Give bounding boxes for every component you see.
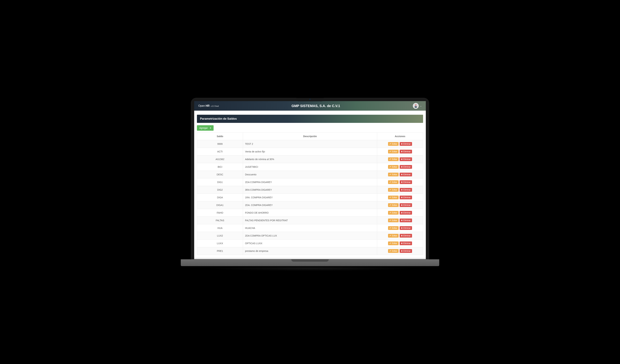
edit-button[interactable]: Editar	[388, 173, 398, 176]
edit-button[interactable]: Editar	[388, 196, 398, 199]
cell-descripcion: 2DA. COMPRA DIGAREY	[243, 201, 377, 209]
edit-label: Editar	[392, 189, 397, 191]
delete-label: Eliminar	[403, 250, 411, 252]
cell-saldo: DESC	[197, 171, 243, 178]
edit-icon	[389, 150, 391, 153]
cell-descripcion: 1RA. COMPRA DIGAREY	[243, 194, 377, 201]
edit-label: Editar	[392, 196, 397, 199]
edit-label: Editar	[392, 158, 397, 160]
table-row: PRE1prestamo de empresaEditarEliminar	[197, 247, 423, 255]
col-header-saldo: Saldo	[197, 133, 243, 140]
brand-hr: HR	[206, 104, 210, 107]
table-row: HUAHUACHAEditarEliminar	[197, 224, 423, 232]
delete-button[interactable]: Eliminar	[400, 249, 412, 253]
delete-button[interactable]: Eliminar	[400, 234, 412, 238]
delete-button[interactable]: Eliminar	[400, 226, 412, 230]
cell-acciones: EditarEliminar	[377, 171, 423, 178]
table-row: 9999TEST 2EditarEliminar	[197, 140, 423, 148]
edit-label: Editar	[392, 173, 397, 176]
edit-button[interactable]: Editar	[388, 219, 398, 222]
trash-icon	[401, 235, 403, 237]
user-menu[interactable]: ⌄	[413, 103, 422, 109]
delete-button[interactable]: Eliminar	[400, 196, 412, 199]
delete-label: Eliminar	[403, 150, 411, 153]
edit-button[interactable]: Editar	[388, 188, 398, 192]
cell-saldo: DIG2	[197, 186, 243, 194]
delete-button[interactable]: Eliminar	[400, 173, 412, 176]
cell-saldo: DIGA1	[197, 201, 243, 209]
cell-descripcion: FALTAS PENDIENTES POR REGITRAT	[243, 217, 377, 224]
trash-icon	[401, 212, 403, 214]
trash-icon	[401, 189, 403, 191]
delete-button[interactable]: Eliminar	[400, 242, 412, 245]
add-button[interactable]: Agregar +	[197, 125, 214, 131]
app-header: Open HR v.11 Cloud GMP SISTEMAS, S.A. de…	[194, 101, 426, 111]
saldos-table: Saldo Descripción Acciones 9999TEST 2Edi…	[197, 132, 423, 255]
edit-label: Editar	[392, 204, 397, 206]
table-row: DESCDescuentoEditarEliminar	[197, 171, 423, 178]
cell-acciones: EditarEliminar	[377, 201, 423, 209]
edit-icon	[389, 189, 391, 191]
cell-acciones: EditarEliminar	[377, 178, 423, 186]
edit-button[interactable]: Editar	[388, 165, 398, 169]
edit-label: Editar	[392, 150, 397, 153]
cell-descripcion: HUACHA	[243, 224, 377, 232]
trash-icon	[401, 150, 403, 153]
edit-button[interactable]: Editar	[388, 180, 398, 184]
edit-button[interactable]: Editar	[388, 211, 398, 215]
cell-descripcion: Venta de activo fijo	[243, 148, 377, 155]
cell-acciones: EditarEliminar	[377, 224, 423, 232]
delete-label: Eliminar	[403, 242, 411, 244]
cell-saldo: 9999	[197, 140, 243, 148]
table-row: DIGA1RA. COMPRA DIGAREYEditarEliminar	[197, 194, 423, 201]
edit-button[interactable]: Editar	[388, 203, 398, 207]
delete-label: Eliminar	[403, 204, 411, 206]
edit-button[interactable]: Editar	[388, 150, 398, 153]
edit-button[interactable]: Editar	[388, 226, 398, 230]
trash-icon	[401, 196, 403, 199]
trash-icon	[401, 181, 403, 183]
edit-button[interactable]: Editar	[388, 249, 398, 253]
delete-button[interactable]: Eliminar	[400, 211, 412, 215]
delete-label: Eliminar	[403, 219, 411, 222]
laptop-notch	[296, 98, 324, 101]
cell-acciones: EditarEliminar	[377, 209, 423, 217]
cell-descripcion: 2DA COMPRA OPTICAS LUX	[243, 232, 377, 240]
trash-icon	[401, 227, 403, 229]
edit-button[interactable]: Editar	[388, 242, 398, 245]
delete-button[interactable]: Eliminar	[400, 219, 412, 222]
cell-descripcion: FONDO DE AHORRO	[243, 209, 377, 217]
cell-descripcion: 3RA COMPRA DIGAREY	[243, 186, 377, 194]
delete-button[interactable]: Eliminar	[400, 188, 412, 192]
delete-button[interactable]: Eliminar	[400, 203, 412, 207]
chevron-down-icon: ⌄	[420, 105, 422, 107]
delete-button[interactable]: Eliminar	[400, 142, 412, 146]
cell-acciones: EditarEliminar	[377, 240, 423, 247]
edit-button[interactable]: Editar	[388, 142, 398, 146]
edit-label: Editar	[392, 219, 397, 222]
svg-rect-1	[415, 106, 417, 108]
delete-label: Eliminar	[403, 196, 411, 199]
cell-descripcion: Descuento	[243, 171, 377, 178]
edit-icon	[389, 204, 391, 206]
delete-button[interactable]: Eliminar	[400, 180, 412, 184]
cell-saldo: AG1562	[197, 155, 243, 163]
edit-icon	[389, 143, 391, 145]
cell-saldo: BICI	[197, 163, 243, 171]
delete-label: Eliminar	[403, 158, 411, 160]
cell-acciones: EditarEliminar	[377, 155, 423, 163]
brand-logo[interactable]: Open HR v.11 Cloud	[198, 104, 219, 107]
edit-button[interactable]: Editar	[388, 157, 398, 161]
delete-button[interactable]: Eliminar	[400, 150, 412, 153]
delete-label: Eliminar	[403, 173, 411, 176]
delete-button[interactable]: Eliminar	[400, 165, 412, 169]
col-header-acciones: Acciones	[377, 133, 423, 140]
edit-icon	[389, 250, 391, 252]
cell-acciones: EditarEliminar	[377, 217, 423, 224]
edit-button[interactable]: Editar	[388, 234, 398, 238]
cell-acciones: EditarEliminar	[377, 247, 423, 255]
trash-icon	[401, 250, 403, 252]
delete-button[interactable]: Eliminar	[400, 157, 412, 161]
table-row: ACTIVenta de activo fijoEditarEliminar	[197, 148, 423, 155]
svg-point-0	[415, 104, 417, 106]
